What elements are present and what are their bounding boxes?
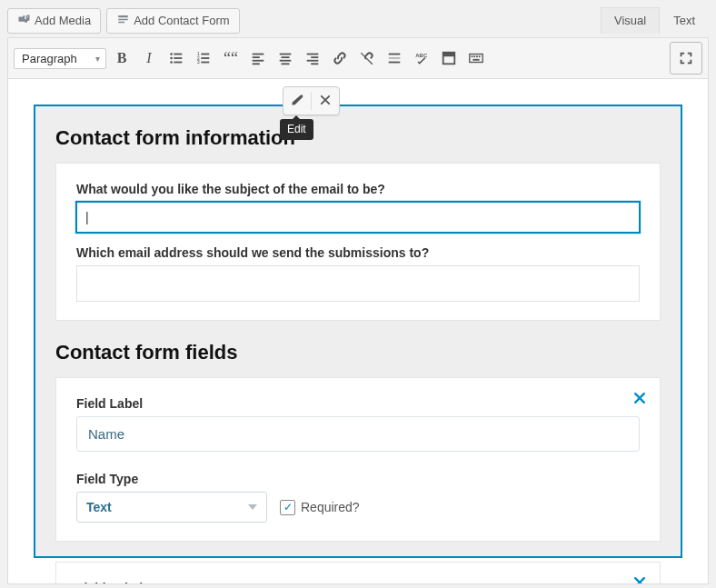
format-value: Paragraph [22,52,77,65]
svg-rect-32 [473,55,475,57]
keyboard-button[interactable] [464,46,488,70]
fields-section-title: Contact form fields [55,341,661,364]
svg-rect-26 [389,62,401,64]
edit-tooltip: Edit [280,119,313,140]
add-contact-form-button[interactable]: Add Contact Form [106,8,240,34]
svg-rect-30 [470,55,482,63]
svg-rect-33 [476,55,478,57]
fullscreen-button[interactable] [670,42,702,75]
align-center-button[interactable] [273,46,297,70]
unlink-button[interactable] [355,46,379,70]
edit-block-button[interactable] [283,87,311,115]
remove-field-button[interactable] [632,391,647,405]
pencil-icon [290,93,304,110]
svg-rect-14 [253,60,264,62]
field-type-caption: Field Type [76,472,640,486]
svg-point-2 [170,57,173,60]
field-type-value: Text [86,500,112,514]
required-label: Required? [301,500,360,514]
editor-canvas: Edit Contact form information What would… [7,79,709,584]
svg-rect-13 [253,56,260,58]
format-select[interactable]: Paragraph [14,48,106,69]
editor-toolbar: Paragraph B I 123 ““ ABC [7,37,709,79]
editor-mode-tabs: Visual Text [601,7,709,34]
field-card: Field Label [55,562,661,584]
fullwidth-button[interactable] [437,46,461,70]
field-label-caption: Field Label [76,581,640,584]
tab-visual[interactable]: Visual [601,7,660,34]
delete-block-button[interactable] [312,87,339,115]
block-toolbar [283,86,340,115]
svg-rect-16 [280,54,292,55]
align-left-button[interactable] [246,46,270,70]
subject-label: What would you like the subject of the e… [76,182,640,196]
form-icon [116,13,130,29]
tab-text[interactable]: Text [660,7,709,34]
media-toolbar: Add Media Add Contact Form Visual Text [0,0,716,34]
svg-rect-23 [311,63,318,65]
svg-rect-34 [479,55,481,57]
svg-point-0 [170,53,173,55]
field-label-caption: Field Label [76,396,640,411]
button-label: Add Media [35,14,91,27]
svg-rect-9 [201,57,209,59]
align-right-button[interactable] [301,46,324,70]
numbered-list-button[interactable]: 123 [192,46,215,70]
email-to-label: Which email address should we send the s… [76,245,640,260]
svg-rect-11 [201,62,209,64]
insert-link-button[interactable] [328,46,352,70]
svg-rect-17 [282,56,290,58]
checkbox-checked-icon: ✓ [280,500,295,515]
field-label-input[interactable] [76,416,640,452]
close-icon [319,94,332,109]
svg-text:3: 3 [197,59,200,65]
svg-point-4 [170,61,173,64]
svg-rect-19 [282,63,290,65]
blockquote-button[interactable]: ““ [219,46,243,70]
button-label: Add Contact Form [134,14,230,27]
field-card: Field Label Field Type Text ✓ Required? [55,377,661,542]
svg-rect-29 [443,53,455,57]
svg-rect-1 [174,54,182,55]
svg-rect-25 [389,57,401,59]
bulleted-list-button[interactable] [164,46,188,70]
svg-rect-5 [174,62,182,64]
bold-button[interactable]: B [110,46,134,70]
svg-rect-15 [253,63,260,65]
svg-rect-3 [174,57,182,59]
field-type-select[interactable]: Text [76,492,267,523]
svg-rect-12 [253,54,264,55]
required-checkbox[interactable]: ✓ Required? [280,500,360,515]
remove-field-button[interactable] [632,575,647,584]
svg-rect-20 [307,54,319,55]
svg-rect-24 [389,54,401,55]
info-card: What would you like the subject of the e… [55,163,661,321]
email-to-input[interactable] [76,265,640,302]
text-caret: | [85,210,89,224]
svg-rect-18 [280,60,292,62]
insert-more-button[interactable] [383,46,406,70]
svg-rect-7 [201,54,209,55]
info-section-title: Contact form information [55,126,661,150]
chevron-down-icon [248,504,257,510]
subject-input[interactable]: | [76,202,640,233]
svg-rect-35 [472,59,479,61]
contact-form-block[interactable]: Edit Contact form information What would… [34,105,682,558]
italic-button[interactable]: I [137,46,161,70]
camera-music-icon [17,13,31,29]
svg-rect-22 [307,60,319,62]
add-media-button[interactable]: Add Media [7,8,101,34]
svg-rect-21 [311,56,318,58]
spellcheck-button[interactable]: ABC [410,46,433,70]
svg-rect-31 [472,55,473,57]
svg-text:ABC: ABC [415,53,428,58]
